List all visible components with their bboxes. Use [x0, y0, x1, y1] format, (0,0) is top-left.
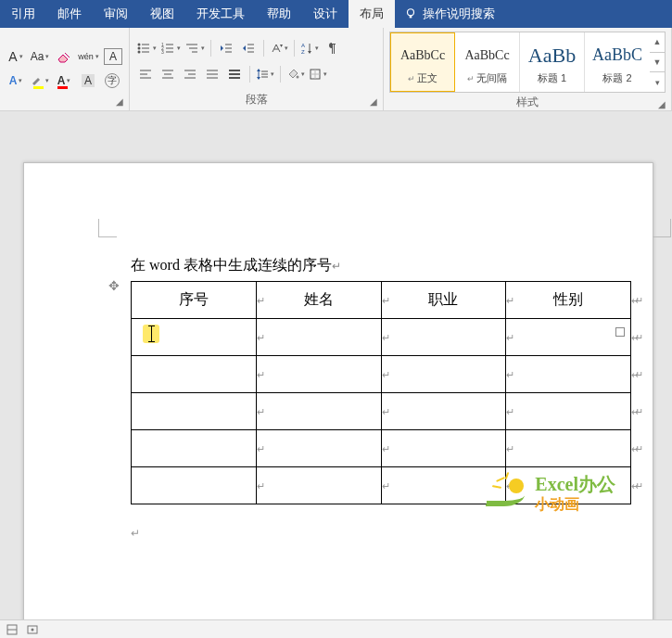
change-case-button[interactable]: Aa	[30, 46, 50, 67]
style-heading-1[interactable]: AaBb 标题 1	[520, 32, 585, 92]
styles-group-label: 样式 ◢	[384, 93, 671, 113]
menu-tab-review[interactable]: 审阅	[93, 0, 139, 28]
table-cell[interactable]: ↵↵	[506, 430, 631, 467]
table-cell[interactable]: ↵↵	[506, 393, 631, 430]
svg-point-4	[138, 43, 141, 45]
font-group-label: ◢	[0, 106, 129, 110]
enclose-characters-button[interactable]: 字	[102, 70, 122, 91]
table-cell[interactable]: ↵	[256, 319, 381, 356]
line-spacing-button[interactable]	[255, 64, 275, 84]
svg-point-6	[138, 46, 141, 49]
page-content[interactable]: ✥ 在 word 表格中生成连续的序号↵ 序号↵ 姓名↵ 职业↵ 性别↵↵ ↵ …	[131, 256, 643, 541]
borders-button[interactable]	[308, 64, 328, 84]
table-cell[interactable]: ↵↵	[506, 356, 631, 393]
table-row[interactable]: ↵ ↵ ↵ ↵↵	[132, 356, 631, 393]
clear-formatting-button[interactable]	[54, 46, 74, 67]
text-effects-button[interactable]: A	[6, 70, 26, 91]
bullets-button[interactable]	[135, 38, 158, 58]
gallery-up-icon[interactable]: ▲	[650, 32, 665, 53]
svg-text:A: A	[301, 43, 305, 48]
table-cell[interactable]: ↵	[132, 356, 257, 393]
increase-indent-button[interactable]	[238, 38, 259, 58]
watermark-line1: Excel办公	[535, 473, 615, 495]
table-cell[interactable]: ↵	[256, 356, 381, 393]
text-cursor	[143, 325, 159, 343]
svg-marker-32	[308, 51, 311, 54]
menu-tab-layout[interactable]: 布局	[349, 0, 395, 28]
align-left-button[interactable]	[135, 64, 156, 84]
svg-text:3: 3	[161, 49, 164, 55]
table-cell[interactable]: ↵	[381, 430, 506, 467]
table-cell[interactable]: ↵	[132, 319, 257, 356]
trailing-paragraph-mark[interactable]: ↵	[131, 527, 643, 541]
decrease-indent-button[interactable]	[216, 38, 236, 58]
grow-font-button[interactable]: A	[6, 46, 26, 67]
status-section-icon[interactable]	[6, 623, 19, 636]
style-gallery-scroll[interactable]: ▲ ▼ ▾	[650, 32, 665, 92]
show-marks-button[interactable]	[322, 38, 342, 58]
table-cell[interactable]: ↵	[256, 430, 381, 467]
col-header-seq[interactable]: 序号↵	[132, 282, 257, 319]
sort-button[interactable]: AZ	[299, 38, 320, 58]
menu-tab-design[interactable]: 设计	[302, 0, 349, 28]
svg-marker-49	[257, 69, 260, 71]
table-anchor-icon[interactable]: ✥	[108, 278, 120, 294]
align-center-icon	[160, 68, 175, 81]
style-no-spacing[interactable]: AaBbCc ↵无间隔	[455, 32, 520, 92]
menu-tab-mailings[interactable]: 邮件	[46, 0, 93, 28]
asian-layout-button[interactable]	[269, 38, 289, 58]
style-normal[interactable]: AaBbCc ↵正文	[390, 32, 455, 92]
table-row[interactable]: ↵ ↵ ↵ ↵↵	[132, 430, 631, 467]
multilevel-list-button[interactable]	[184, 38, 206, 58]
bullets-icon	[136, 42, 151, 55]
col-header-job[interactable]: 职业↵	[381, 282, 506, 319]
status-macro-icon[interactable]	[26, 623, 39, 636]
document-title-line[interactable]: 在 word 表格中生成连续的序号↵	[131, 256, 643, 275]
paragraph-group-label: 段落 ◢	[130, 90, 383, 110]
table-row[interactable]: ↵ ↵ ↵ ↵↵	[132, 393, 631, 430]
table-cell[interactable]: ↵	[381, 356, 506, 393]
tell-me-search[interactable]: 操作说明搜索	[395, 0, 504, 28]
table-cell[interactable]: ↵	[381, 319, 506, 356]
menu-tab-references[interactable]: 引用	[0, 0, 46, 28]
font-dialog-launcher[interactable]: ◢	[114, 96, 125, 108]
menu-tab-view[interactable]: 视图	[139, 0, 185, 28]
align-distribute-button[interactable]	[224, 64, 245, 84]
table-header-row[interactable]: 序号↵ 姓名↵ 职业↵ 性别↵↵	[132, 282, 631, 319]
shading-button[interactable]	[285, 64, 306, 84]
table-cell[interactable]: ↵	[132, 430, 257, 467]
page[interactable]: ✥ 在 word 表格中生成连续的序号↵ 序号↵ 姓名↵ 职业↵ 性别↵↵ ↵ …	[23, 162, 653, 619]
table-cell[interactable]: ↵↵	[506, 319, 631, 356]
table-cell[interactable]: ↵	[381, 393, 506, 430]
svg-marker-19	[221, 45, 223, 51]
align-right-button[interactable]	[180, 64, 200, 84]
numbering-button[interactable]: 123	[159, 38, 182, 58]
table-cell[interactable]: ↵	[256, 467, 381, 504]
col-header-gender[interactable]: 性别↵↵	[506, 282, 631, 319]
align-justify-button[interactable]	[202, 64, 222, 84]
col-header-name[interactable]: 姓名↵	[256, 282, 381, 319]
sun-swoosh-icon	[487, 477, 527, 508]
style-heading-2[interactable]: AaBbC 标题 2	[585, 32, 650, 92]
table-row[interactable]: ↵ ↵ ↵ ↵↵	[132, 319, 631, 356]
gallery-more-icon[interactable]: ▾	[650, 72, 665, 92]
ribbon: A Aa wén A A A	[0, 28, 672, 111]
menu-tab-help[interactable]: 帮助	[256, 0, 302, 28]
word-table[interactable]: 序号↵ 姓名↵ 职业↵ 性别↵↵ ↵ ↵ ↵ ↵↵ ↵ ↵	[131, 281, 631, 504]
gallery-down-icon[interactable]: ▼	[650, 53, 665, 73]
styles-dialog-launcher[interactable]: ◢	[656, 99, 667, 110]
character-shading-button[interactable]: A	[78, 70, 98, 91]
paragraph-dialog-launcher[interactable]: ◢	[368, 96, 379, 108]
align-center-button[interactable]	[158, 64, 178, 84]
table-cell[interactable]: ↵	[256, 393, 381, 430]
table-cell[interactable]: ↵	[132, 467, 257, 504]
table-resize-handle[interactable]	[615, 327, 625, 337]
highlight-color-button[interactable]	[30, 70, 50, 91]
menu-tab-developer[interactable]: 开发工具	[185, 0, 256, 28]
multilevel-icon	[184, 42, 199, 55]
document-area[interactable]: ✥ 在 word 表格中生成连续的序号↵ 序号↵ 姓名↵ 职业↵ 性别↵↵ ↵ …	[0, 111, 672, 619]
font-color-button[interactable]: A	[54, 70, 74, 91]
character-border-button[interactable]: A	[103, 46, 123, 67]
phonetic-guide-button[interactable]: wén	[78, 46, 99, 67]
table-cell[interactable]: ↵	[132, 393, 257, 430]
